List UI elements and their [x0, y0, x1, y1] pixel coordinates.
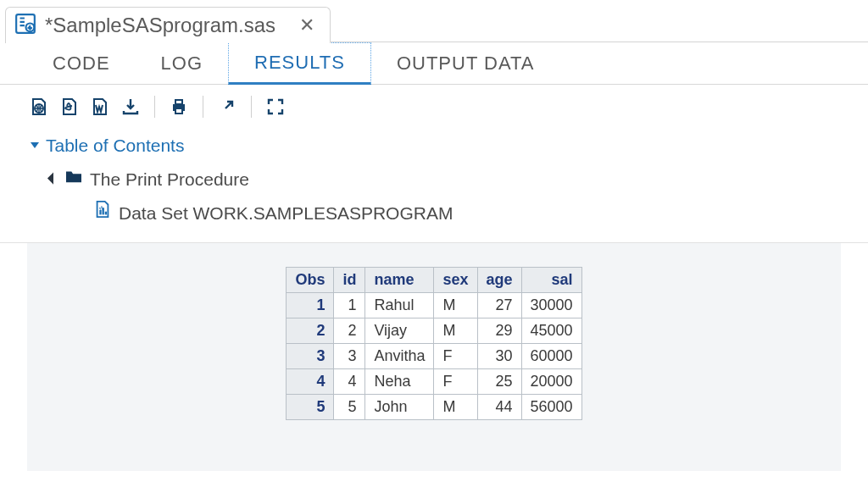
- cell-id: 5: [334, 394, 365, 419]
- fullscreen-icon[interactable]: [264, 95, 287, 119]
- cell-obs: 4: [287, 368, 334, 394]
- col-sal: sal: [521, 267, 581, 292]
- cell-name: Vijay: [365, 318, 434, 343]
- table-row: 44NehaF2520000: [287, 368, 581, 394]
- col-obs: Obs: [287, 267, 334, 292]
- caret-down-icon: [31, 142, 39, 148]
- export-pdf-icon[interactable]: [58, 95, 81, 119]
- toc-root-label: Table of Contents: [46, 129, 184, 163]
- cell-sal: 30000: [521, 292, 581, 318]
- col-id: id: [334, 267, 365, 292]
- cell-age: 30: [477, 343, 521, 368]
- cell-sal: 20000: [521, 368, 581, 394]
- toc-root[interactable]: Table of Contents: [31, 129, 868, 163]
- subtab-bar: CODE LOG RESULTS OUTPUT DATA: [0, 42, 868, 85]
- table-header-row: Obs id name sex age sal: [287, 267, 581, 292]
- results-output-area: Obs id name sex age sal 11RahulM27300002…: [27, 243, 841, 471]
- cell-id: 1: [334, 292, 365, 318]
- cell-sex: F: [434, 368, 477, 394]
- cell-name: John: [365, 394, 434, 419]
- table-row: 55JohnM4456000: [287, 394, 581, 419]
- cell-sal: 60000: [521, 343, 581, 368]
- cell-sex: M: [434, 394, 477, 419]
- export-html-icon[interactable]: [27, 95, 51, 119]
- cell-age: 27: [477, 292, 521, 318]
- folder-icon: [64, 167, 83, 192]
- svg-rect-5: [175, 108, 182, 114]
- cell-sex: M: [434, 318, 477, 343]
- cell-sal: 56000: [521, 394, 581, 419]
- popout-icon[interactable]: [215, 95, 239, 119]
- tab-code[interactable]: CODE: [27, 42, 136, 84]
- svg-rect-6: [99, 209, 101, 214]
- cell-sal: 45000: [521, 318, 581, 343]
- table-row: 11RahulM2730000: [287, 292, 581, 318]
- cell-age: 44: [477, 394, 521, 419]
- col-sex: sex: [434, 267, 477, 292]
- dataset-file-icon: [93, 200, 112, 227]
- toolbar-separator: [154, 96, 155, 118]
- cell-age: 29: [477, 318, 521, 343]
- svg-rect-8: [105, 211, 107, 214]
- toc-proc-node[interactable]: The Print Procedure: [31, 163, 868, 197]
- toc-dataset-node[interactable]: Data Set WORK.SAMPLESASPROGRAM: [31, 197, 868, 230]
- svg-rect-4: [175, 100, 182, 104]
- tab-results[interactable]: RESULTS: [228, 42, 371, 85]
- document-tab-title: *SampleSASprogram.sas: [45, 14, 275, 37]
- toc-proc-label: The Print Procedure: [90, 163, 249, 197]
- cell-id: 3: [334, 343, 365, 368]
- tab-strip-spacer: [331, 0, 868, 42]
- download-icon[interactable]: [119, 95, 142, 119]
- toc-dataset-label: Data Set WORK.SAMPLESASPROGRAM: [119, 197, 453, 230]
- table-of-contents-tree: Table of Contents The Print Procedure Da…: [0, 127, 868, 243]
- cell-id: 2: [334, 318, 365, 343]
- svg-rect-7: [103, 208, 104, 214]
- cell-obs: 3: [287, 343, 334, 368]
- cell-sex: F: [434, 343, 477, 368]
- cell-name: Neha: [365, 368, 434, 394]
- tab-log[interactable]: LOG: [136, 42, 228, 84]
- toolbar-separator: [251, 96, 252, 118]
- results-toolbar: [0, 85, 868, 127]
- table-row: 33AnvithaF3060000: [287, 343, 581, 368]
- table-body: 11RahulM273000022VijayM294500033AnvithaF…: [287, 292, 581, 419]
- cell-obs: 2: [287, 318, 334, 343]
- export-word-icon[interactable]: [88, 95, 112, 119]
- col-name: name: [365, 267, 434, 292]
- col-age: age: [477, 267, 521, 292]
- cell-sex: M: [434, 292, 477, 318]
- results-data-table: Obs id name sex age sal 11RahulM27300002…: [286, 267, 581, 420]
- cell-name: Anvitha: [365, 343, 434, 368]
- print-icon[interactable]: [167, 95, 191, 119]
- document-tab-strip: *SampleSASprogram.sas ✕: [0, 0, 868, 42]
- table-row: 22VijayM2945000: [287, 318, 581, 343]
- cell-name: Rahul: [365, 292, 434, 318]
- cell-obs: 5: [287, 394, 334, 419]
- toolbar-separator: [203, 96, 203, 118]
- sas-file-icon: [14, 13, 36, 38]
- close-icon[interactable]: ✕: [299, 16, 314, 35]
- cell-age: 25: [477, 368, 521, 394]
- document-tab[interactable]: *SampleSASprogram.sas ✕: [5, 7, 331, 43]
- cell-obs: 1: [287, 292, 334, 318]
- caret-expanded-icon: [47, 172, 59, 184]
- tab-output-data[interactable]: OUTPUT DATA: [371, 42, 560, 84]
- cell-id: 4: [334, 368, 365, 394]
